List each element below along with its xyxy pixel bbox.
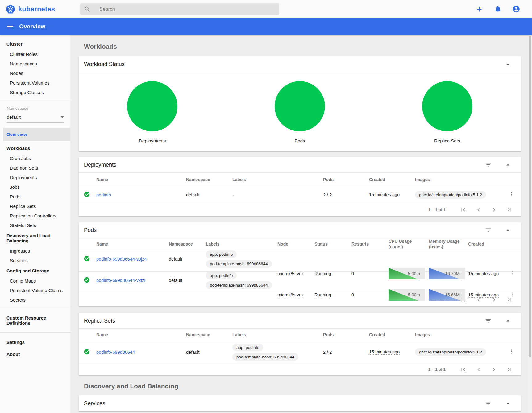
sidebar-item-daemon-sets[interactable]: Daemon Sets <box>0 163 70 173</box>
main-content: Workloads Workload Status Deployments Po… <box>70 35 526 413</box>
sidebar-item-services[interactable]: Services <box>0 256 70 265</box>
deployment-created: 15 minutes ago <box>369 192 400 197</box>
filter-icon <box>485 317 492 324</box>
scrollbar-thumb[interactable] <box>529 36 531 357</box>
kebab-icon <box>510 270 516 276</box>
sidebar-item-custom-resource-definitions[interactable]: Custom Resource Definitions <box>0 312 70 329</box>
first-page-button[interactable] <box>460 206 467 213</box>
pod-label-chip: app: podinfo <box>206 272 237 279</box>
replica-set-label-chip: pod-template-hash: 699d86644 <box>232 353 298 361</box>
replica-set-created: 15 minutes ago <box>369 349 400 355</box>
row-menu-button[interactable] <box>509 349 521 356</box>
kebab-icon <box>509 191 515 197</box>
sidebar-item-config-maps[interactable]: Config Maps <box>0 276 70 286</box>
replica-set-pods: 2 / 2 <box>323 350 369 355</box>
sidebar: Cluster Cluster Roles Namespaces Nodes P… <box>0 35 70 413</box>
prev-page-button[interactable] <box>475 366 482 373</box>
sidebar-item-cluster-roles[interactable]: Cluster Roles <box>0 49 70 59</box>
sidebar-item-deployments[interactable]: Deployments <box>0 173 70 182</box>
next-page-button[interactable] <box>491 366 497 373</box>
pod-name-link[interactable]: podinfo-699d86644-s9jz4 <box>96 257 147 262</box>
vertical-scrollbar[interactable] <box>528 35 532 413</box>
sidebar-item-overview[interactable]: Overview <box>3 128 70 141</box>
chevron-left-icon <box>475 296 482 303</box>
deployments-table-header: Name Namespace Labels Pods Created Image… <box>79 173 521 187</box>
sidebar-item-jobs[interactable]: Jobs <box>0 182 70 192</box>
sidebar-item-cron-jobs[interactable]: Cron Jobs <box>0 154 70 163</box>
prev-page-button[interactable] <box>475 206 482 213</box>
sidebar-item-about[interactable]: About <box>0 348 70 360</box>
kubernetes-logo[interactable]: kubernetes <box>6 4 77 14</box>
cpu-usage-sparkline: 5.00m <box>389 289 425 301</box>
sidebar-item-storage-classes[interactable]: Storage Classes <box>0 88 70 97</box>
pod-node: microk8s-vm <box>277 292 314 297</box>
replica-sets-title: Replica Sets <box>84 318 115 324</box>
pod-name-link[interactable]: podinfo-699d86644-vxfzl <box>96 278 145 283</box>
bell-icon <box>494 5 502 13</box>
deployment-pods: 2 / 2 <box>323 192 369 197</box>
kubernetes-logo-icon <box>6 4 15 14</box>
memory-usage-value: 16.70Mi <box>429 268 460 279</box>
col-memory: Memory Usage (bytes) <box>429 239 468 250</box>
check-circle-icon <box>84 255 90 262</box>
sidebar-item-stateful-sets[interactable]: Stateful Sets <box>0 221 70 230</box>
search-input[interactable] <box>99 6 260 12</box>
collapse-button[interactable] <box>504 226 512 234</box>
first-page-icon <box>460 366 467 373</box>
filter-button[interactable] <box>484 161 492 168</box>
search-box[interactable] <box>80 3 279 15</box>
col-name: Name <box>96 177 186 183</box>
sidebar-item-ingresses[interactable]: Ingresses <box>0 246 70 256</box>
collapse-button[interactable] <box>504 60 512 68</box>
sidebar-divider <box>0 332 70 333</box>
app-bar: Overview <box>0 18 532 35</box>
sidebar-item-settings[interactable]: Settings <box>0 336 70 348</box>
sidebar-header-workloads: Workloads <box>0 143 70 154</box>
replica-sets-status-label: Replica Sets <box>434 138 460 143</box>
deployment-labels: - <box>232 192 323 197</box>
sidebar-item-namespaces[interactable]: Namespaces <box>0 59 70 68</box>
workload-status-card: Workload Status Deployments Pods Replica… <box>79 56 521 151</box>
sidebar-item-persistent-volume-claims[interactable]: Persistent Volume Claims <box>0 286 70 295</box>
col-status: Status <box>314 242 351 247</box>
col-name: Name <box>96 332 186 338</box>
next-page-button[interactable] <box>491 296 497 303</box>
sidebar-item-replication-controllers[interactable]: Replication Controllers <box>0 211 70 221</box>
row-menu-button[interactable] <box>510 270 522 277</box>
sidebar-item-secrets[interactable]: Secrets <box>0 295 70 305</box>
last-page-button[interactable] <box>506 366 513 373</box>
hamburger-icon <box>6 23 14 30</box>
create-resource-button[interactable] <box>475 5 483 13</box>
last-page-button[interactable] <box>506 206 513 213</box>
sidebar-header-config: Config and Storage <box>0 265 70 276</box>
filter-button[interactable] <box>484 317 492 324</box>
next-page-button[interactable] <box>491 206 497 213</box>
col-labels: Labels <box>206 242 277 247</box>
chevron-left-icon <box>475 206 482 213</box>
notifications-button[interactable] <box>494 5 502 13</box>
replica-set-name-link[interactable]: podinfo-699d86644 <box>96 350 135 355</box>
col-cpu: CPU Usage (cores) <box>389 239 429 250</box>
row-menu-button[interactable] <box>509 191 521 198</box>
collapse-button[interactable] <box>504 400 512 407</box>
sidebar-item-pods[interactable]: Pods <box>0 192 70 201</box>
filter-button[interactable] <box>484 400 492 407</box>
replica-sets-table-header: Name Namespace Labels Pods Created Image… <box>79 329 521 341</box>
account-button[interactable] <box>512 5 520 13</box>
sidebar-item-persistent-volumes[interactable]: Persistent Volumes <box>0 78 70 88</box>
namespace-select[interactable]: default <box>7 114 64 123</box>
first-page-button[interactable] <box>460 366 467 373</box>
last-page-button[interactable] <box>506 296 513 303</box>
sidebar-item-nodes[interactable]: Nodes <box>0 68 70 78</box>
deployments-status-circle <box>127 81 177 131</box>
deployment-name-link[interactable]: podinfo <box>96 192 111 197</box>
sidebar-item-replica-sets[interactable]: Replica Sets <box>0 201 70 211</box>
filter-button[interactable] <box>484 226 492 234</box>
last-page-icon <box>506 206 513 213</box>
table-row: podinfo-699d86644-s9jz4 default app: pod… <box>79 250 521 272</box>
collapse-button[interactable] <box>504 317 512 324</box>
collapse-button[interactable] <box>504 161 512 168</box>
pod-status: Running <box>314 271 351 276</box>
prev-page-button[interactable] <box>475 296 482 303</box>
menu-button[interactable] <box>6 23 14 31</box>
